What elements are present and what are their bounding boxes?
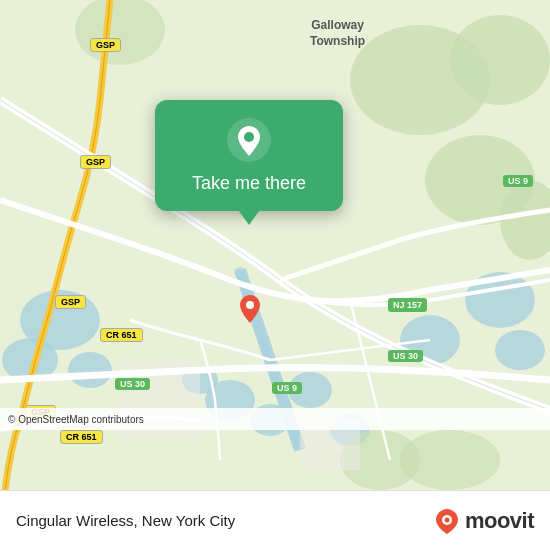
place-name: Cingular Wireless, New York City <box>16 512 433 529</box>
gsp-badge-mid2: GSP <box>55 295 86 309</box>
moovit-logo: moovit <box>433 507 534 535</box>
svg-point-13 <box>450 15 550 105</box>
attribution-bar: © OpenStreetMap contributors <box>0 408 550 430</box>
svg-point-18 <box>400 430 500 490</box>
us30-badge-bottom: US 30 <box>115 378 150 390</box>
nj157-badge: NJ 157 <box>388 298 427 312</box>
cr651-badge-bottom: CR 651 <box>60 430 103 444</box>
moovit-wordmark: moovit <box>465 508 534 534</box>
area-label-galloway: GallowayTownship <box>310 18 365 49</box>
map-container: GSP GSP GSP GSP US 9 US 30 US 30 US 9 NJ… <box>0 0 550 490</box>
us30-badge-mid: US 30 <box>388 350 423 362</box>
gsp-badge-top: GSP <box>90 38 121 52</box>
map-location-pin <box>240 295 260 327</box>
moovit-pin-icon <box>433 507 461 535</box>
attribution-text: © OpenStreetMap contributors <box>8 414 144 425</box>
svg-point-22 <box>244 132 254 142</box>
take-me-there-label: Take me there <box>192 172 306 195</box>
svg-point-3 <box>68 352 112 388</box>
us9-badge-top: US 9 <box>503 175 533 187</box>
svg-point-11 <box>495 330 545 370</box>
take-me-there-card[interactable]: Take me there <box>155 100 343 211</box>
svg-point-23 <box>246 301 254 309</box>
cr651-badge-top: CR 651 <box>100 328 143 342</box>
us9-badge-bottom: US 9 <box>272 382 302 394</box>
bottom-bar: Cingular Wireless, New York City moovit <box>0 490 550 550</box>
location-pin-icon <box>227 118 271 162</box>
gsp-badge-mid1: GSP <box>80 155 111 169</box>
svg-point-25 <box>444 517 449 522</box>
